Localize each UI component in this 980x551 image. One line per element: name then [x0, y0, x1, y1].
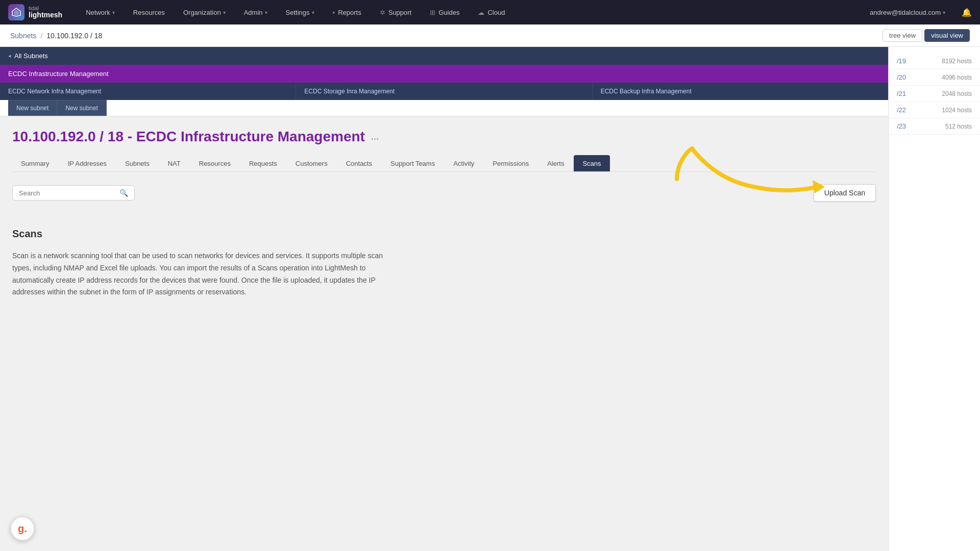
- nav-resources[interactable]: Resources: [130, 7, 168, 18]
- child-subnet-storage[interactable]: ECDC Storage Inra Management: [296, 83, 592, 100]
- nav-admin[interactable]: Admin ▾: [241, 7, 271, 18]
- host-count: 1024 hosts: [942, 107, 972, 114]
- page-title: 10.100.192.0 / 18 - ECDC Infrastructure …: [12, 129, 876, 145]
- tab-subnets[interactable]: Subnets: [116, 155, 158, 171]
- nav-settings[interactable]: Settings ▾: [283, 7, 317, 18]
- chevron-down-icon: ▾: [112, 10, 115, 15]
- sidebar-item-22[interactable]: /22 1024 hosts: [889, 102, 980, 118]
- search-box: 🔍: [12, 185, 135, 201]
- tab-alerts[interactable]: Alerts: [538, 155, 573, 171]
- nav-network[interactable]: Network ▾: [83, 7, 118, 18]
- search-icon: 🔍: [119, 189, 128, 197]
- prefix-label: /19: [897, 57, 906, 65]
- subnet-children-row: ECDC Network Infra Management ECDC Stora…: [0, 83, 888, 100]
- scans-description: Scan is a network scanning tool that can…: [12, 250, 400, 298]
- sidebar-item-21[interactable]: /21 2048 hosts: [889, 86, 980, 102]
- prefix-label: /23: [897, 122, 906, 130]
- chevron-down-icon: ▾: [943, 10, 945, 15]
- breadcrumb-separator: /: [40, 32, 42, 40]
- prefix-label: /21: [897, 90, 906, 97]
- arrow-annotation: [651, 138, 845, 220]
- subnet-tree: All Subnets ECDC Infrastructure Manageme…: [0, 47, 888, 116]
- nav-reports[interactable]: ▪ Reports: [330, 7, 364, 18]
- subnet-grandchildren-row: New subnet New subnet: [0, 100, 888, 116]
- grammarly-icon[interactable]: g.: [10, 516, 35, 541]
- selected-subnet-row[interactable]: ECDC Infrastructure Management: [0, 65, 888, 83]
- host-count: 8192 hosts: [942, 58, 972, 65]
- tab-resources[interactable]: Resources: [190, 155, 239, 171]
- tree-view-button[interactable]: tree view: [883, 29, 922, 42]
- host-count: 2048 hosts: [942, 90, 972, 97]
- search-input[interactable]: [19, 189, 115, 197]
- notification-bell[interactable]: 🔔: [962, 8, 972, 17]
- tab-summary[interactable]: Summary: [12, 155, 58, 171]
- host-count: 512 hosts: [945, 123, 972, 130]
- upload-scan-button[interactable]: Upload Scan: [814, 184, 876, 202]
- more-options-button[interactable]: ...: [371, 132, 379, 142]
- left-content: All Subnets ECDC Infrastructure Manageme…: [0, 47, 888, 551]
- tab-requests[interactable]: Requests: [240, 155, 286, 171]
- breadcrumb: Subnets / 10.100.192.0 / 18: [10, 32, 102, 40]
- top-navigation: tidal lightmesh Network ▾ Resources Orga…: [0, 0, 980, 24]
- scans-title: Scans: [12, 228, 876, 240]
- tab-scans[interactable]: Scans: [574, 155, 609, 171]
- user-menu[interactable]: andrew@tidalcloud.com ▾: [870, 9, 945, 16]
- tab-permissions[interactable]: Permissions: [484, 155, 537, 171]
- nav-cloud[interactable]: ☁ Cloud: [475, 7, 508, 18]
- tab-customers[interactable]: Customers: [287, 155, 336, 171]
- child-subnet-network[interactable]: ECDC Network Infra Management: [0, 83, 296, 100]
- scans-section: Scans Scan is a network scanning tool th…: [12, 218, 876, 309]
- breadcrumb-bar: Subnets / 10.100.192.0 / 18 tree view vi…: [0, 24, 980, 47]
- tab-activity[interactable]: Activity: [445, 155, 483, 171]
- tab-bar: Summary IP Addresses Subnets NAT Resourc…: [12, 155, 876, 172]
- logo[interactable]: tidal lightmesh: [8, 4, 62, 20]
- breadcrumb-subnets[interactable]: Subnets: [10, 32, 36, 40]
- prefix-label: /20: [897, 73, 906, 81]
- breadcrumb-current: 10.100.192.0 / 18: [46, 32, 102, 40]
- sidebar-item-20[interactable]: /20 4096 hosts: [889, 69, 980, 86]
- prefix-label: /22: [897, 106, 906, 114]
- new-subnet-1[interactable]: New subnet: [8, 100, 57, 116]
- view-switcher: tree view visual view: [883, 29, 970, 42]
- visual-view-button[interactable]: visual view: [924, 29, 970, 42]
- chevron-down-icon: ▾: [312, 10, 314, 15]
- tab-nat[interactable]: NAT: [159, 155, 189, 171]
- main-layout: All Subnets ECDC Infrastructure Manageme…: [0, 47, 980, 551]
- chevron-down-icon: ▾: [223, 10, 226, 15]
- all-subnets-row[interactable]: All Subnets: [0, 47, 888, 65]
- child-subnet-backup[interactable]: ECDC Backup Infra Management: [593, 83, 888, 100]
- host-count: 4096 hosts: [942, 74, 972, 81]
- nav-guides[interactable]: ⊞ Guides: [427, 7, 462, 18]
- logo-text: tidal lightmesh: [29, 5, 62, 19]
- nav-support[interactable]: ✲ Support: [377, 7, 415, 18]
- new-subnet-2[interactable]: New subnet: [57, 100, 106, 116]
- tab-support-teams[interactable]: Support Teams: [382, 155, 444, 171]
- sidebar-item-19[interactable]: /19 8192 hosts: [889, 53, 980, 69]
- svg-marker-1: [14, 10, 19, 15]
- tab-ip-addresses[interactable]: IP Addresses: [59, 155, 115, 171]
- page-content: 10.100.192.0 / 18 - ECDC Infrastructure …: [0, 116, 888, 321]
- search-upload-row: 🔍 Upload Scan: [12, 184, 876, 202]
- chevron-down-icon: ▾: [265, 10, 267, 15]
- logo-icon: [8, 4, 24, 20]
- right-sidebar: /19 8192 hosts /20 4096 hosts /21 2048 h…: [888, 47, 980, 551]
- tab-contacts[interactable]: Contacts: [337, 155, 381, 171]
- nav-organization[interactable]: Organization ▾: [180, 7, 229, 18]
- sidebar-item-23[interactable]: /23 512 hosts: [889, 118, 980, 135]
